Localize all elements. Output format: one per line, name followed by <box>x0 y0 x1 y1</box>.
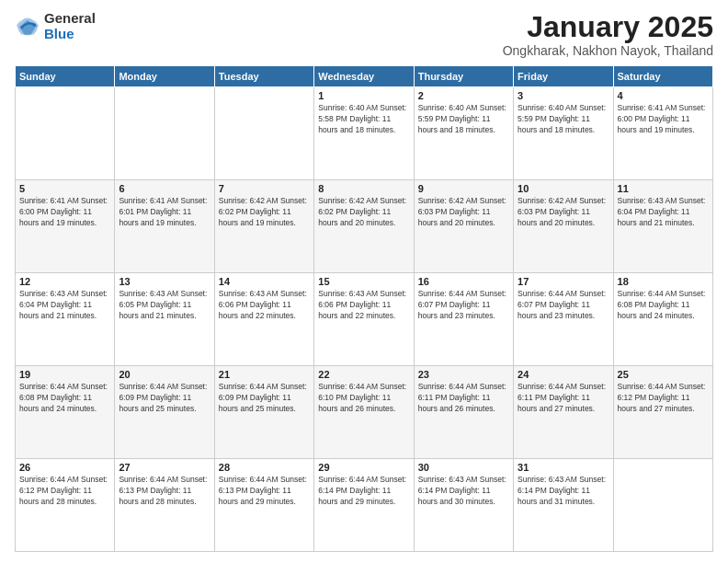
week-row-2: 5Sunrise: 6:41 AM Sunset: 6:00 PM Daylig… <box>16 180 713 273</box>
day-cell: 8Sunrise: 6:42 AM Sunset: 6:02 PM Daylig… <box>314 180 414 273</box>
day-number: 29 <box>318 462 409 473</box>
day-info: Sunrise: 6:41 AM Sunset: 6:00 PM Dayligh… <box>618 103 709 136</box>
day-info: Sunrise: 6:40 AM Sunset: 5:59 PM Dayligh… <box>518 103 609 136</box>
day-info: Sunrise: 6:42 AM Sunset: 6:02 PM Dayligh… <box>219 196 310 229</box>
logo: General Blue <box>15 11 96 41</box>
day-number: 31 <box>518 462 609 473</box>
day-info: Sunrise: 6:41 AM Sunset: 6:00 PM Dayligh… <box>19 196 110 229</box>
day-info: Sunrise: 6:44 AM Sunset: 6:12 PM Dayligh… <box>618 382 709 415</box>
day-number: 24 <box>518 369 609 380</box>
day-number: 19 <box>19 369 110 380</box>
week-row-5: 26Sunrise: 6:44 AM Sunset: 6:12 PM Dayli… <box>16 459 713 552</box>
day-number: 25 <box>618 369 709 380</box>
day-number: 23 <box>418 369 509 380</box>
weekday-header-tuesday: Tuesday <box>214 66 313 87</box>
day-cell: 15Sunrise: 6:43 AM Sunset: 6:06 PM Dayli… <box>314 273 414 366</box>
day-cell <box>613 459 712 552</box>
day-number: 11 <box>618 183 709 194</box>
location-title: Ongkharak, Nakhon Nayok, Thailand <box>503 43 713 58</box>
day-info: Sunrise: 6:44 AM Sunset: 6:12 PM Dayligh… <box>19 475 110 508</box>
calendar-page: General Blue January 2025 Ongkharak, Nak… <box>0 0 728 563</box>
day-cell: 4Sunrise: 6:41 AM Sunset: 6:00 PM Daylig… <box>613 87 712 180</box>
day-info: Sunrise: 6:44 AM Sunset: 6:09 PM Dayligh… <box>219 382 310 415</box>
day-number: 30 <box>418 462 509 473</box>
day-info: Sunrise: 6:43 AM Sunset: 6:04 PM Dayligh… <box>19 289 110 322</box>
weekday-header-thursday: Thursday <box>414 66 513 87</box>
day-cell: 5Sunrise: 6:41 AM Sunset: 6:00 PM Daylig… <box>16 180 115 273</box>
day-cell: 18Sunrise: 6:44 AM Sunset: 6:08 PM Dayli… <box>613 273 712 366</box>
day-info: Sunrise: 6:44 AM Sunset: 6:07 PM Dayligh… <box>518 289 609 322</box>
day-cell: 30Sunrise: 6:43 AM Sunset: 6:14 PM Dayli… <box>414 459 513 552</box>
week-row-4: 19Sunrise: 6:44 AM Sunset: 6:08 PM Dayli… <box>16 366 713 459</box>
weekday-header-row: SundayMondayTuesdayWednesdayThursdayFrid… <box>16 66 713 87</box>
logo-general: General <box>44 11 96 27</box>
day-cell: 25Sunrise: 6:44 AM Sunset: 6:12 PM Dayli… <box>613 366 712 459</box>
day-number: 21 <box>219 369 310 380</box>
day-info: Sunrise: 6:44 AM Sunset: 6:13 PM Dayligh… <box>219 475 310 508</box>
day-number: 1 <box>318 90 409 101</box>
day-info: Sunrise: 6:43 AM Sunset: 6:05 PM Dayligh… <box>119 289 210 322</box>
day-cell <box>115 87 214 180</box>
day-info: Sunrise: 6:43 AM Sunset: 6:14 PM Dayligh… <box>418 475 509 508</box>
day-number: 12 <box>19 276 110 287</box>
day-info: Sunrise: 6:43 AM Sunset: 6:04 PM Dayligh… <box>618 196 709 229</box>
day-number: 27 <box>119 462 210 473</box>
logo-icon <box>15 14 40 40</box>
day-info: Sunrise: 6:44 AM Sunset: 6:13 PM Dayligh… <box>119 475 210 508</box>
day-number: 16 <box>418 276 509 287</box>
day-cell: 12Sunrise: 6:43 AM Sunset: 6:04 PM Dayli… <box>16 273 115 366</box>
day-number: 7 <box>219 183 310 194</box>
day-cell: 28Sunrise: 6:44 AM Sunset: 6:13 PM Dayli… <box>214 459 313 552</box>
header: General Blue January 2025 Ongkharak, Nak… <box>15 11 713 58</box>
weekday-header-sunday: Sunday <box>16 66 115 87</box>
day-cell: 3Sunrise: 6:40 AM Sunset: 5:59 PM Daylig… <box>514 87 613 180</box>
day-number: 6 <box>119 183 210 194</box>
day-info: Sunrise: 6:44 AM Sunset: 6:07 PM Dayligh… <box>418 289 509 322</box>
day-info: Sunrise: 6:44 AM Sunset: 6:11 PM Dayligh… <box>418 382 509 415</box>
day-cell: 27Sunrise: 6:44 AM Sunset: 6:13 PM Dayli… <box>115 459 214 552</box>
day-cell: 24Sunrise: 6:44 AM Sunset: 6:11 PM Dayli… <box>514 366 613 459</box>
day-number: 8 <box>318 183 409 194</box>
day-info: Sunrise: 6:44 AM Sunset: 6:10 PM Dayligh… <box>318 382 409 415</box>
title-block: January 2025 Ongkharak, Nakhon Nayok, Th… <box>503 11 713 58</box>
day-number: 14 <box>219 276 310 287</box>
day-cell: 9Sunrise: 6:42 AM Sunset: 6:03 PM Daylig… <box>414 180 513 273</box>
logo-blue: Blue <box>44 27 96 42</box>
day-number: 3 <box>518 90 609 101</box>
day-info: Sunrise: 6:44 AM Sunset: 6:08 PM Dayligh… <box>618 289 709 322</box>
day-cell: 23Sunrise: 6:44 AM Sunset: 6:11 PM Dayli… <box>414 366 513 459</box>
week-row-3: 12Sunrise: 6:43 AM Sunset: 6:04 PM Dayli… <box>16 273 713 366</box>
weekday-header-friday: Friday <box>514 66 613 87</box>
day-cell: 11Sunrise: 6:43 AM Sunset: 6:04 PM Dayli… <box>613 180 712 273</box>
day-info: Sunrise: 6:40 AM Sunset: 5:58 PM Dayligh… <box>318 103 409 136</box>
weekday-header-monday: Monday <box>115 66 214 87</box>
weekday-header-wednesday: Wednesday <box>314 66 414 87</box>
day-info: Sunrise: 6:41 AM Sunset: 6:01 PM Dayligh… <box>119 196 210 229</box>
day-info: Sunrise: 6:44 AM Sunset: 6:08 PM Dayligh… <box>19 382 110 415</box>
day-number: 4 <box>618 90 709 101</box>
day-number: 2 <box>418 90 509 101</box>
day-info: Sunrise: 6:44 AM Sunset: 6:09 PM Dayligh… <box>119 382 210 415</box>
day-cell: 7Sunrise: 6:42 AM Sunset: 6:02 PM Daylig… <box>214 180 313 273</box>
day-cell: 26Sunrise: 6:44 AM Sunset: 6:12 PM Dayli… <box>16 459 115 552</box>
day-info: Sunrise: 6:40 AM Sunset: 5:59 PM Dayligh… <box>418 103 509 136</box>
month-title: January 2025 <box>503 11 713 43</box>
day-cell: 19Sunrise: 6:44 AM Sunset: 6:08 PM Dayli… <box>16 366 115 459</box>
day-cell: 20Sunrise: 6:44 AM Sunset: 6:09 PM Dayli… <box>115 366 214 459</box>
day-number: 20 <box>119 369 210 380</box>
logo-text: General Blue <box>44 11 96 41</box>
day-number: 22 <box>318 369 409 380</box>
day-cell: 1Sunrise: 6:40 AM Sunset: 5:58 PM Daylig… <box>314 87 414 180</box>
day-cell: 31Sunrise: 6:43 AM Sunset: 6:14 PM Dayli… <box>514 459 613 552</box>
day-cell: 29Sunrise: 6:44 AM Sunset: 6:14 PM Dayli… <box>314 459 414 552</box>
day-number: 17 <box>518 276 609 287</box>
calendar-table: SundayMondayTuesdayWednesdayThursdayFrid… <box>15 65 713 552</box>
day-cell: 14Sunrise: 6:43 AM Sunset: 6:06 PM Dayli… <box>214 273 313 366</box>
day-cell: 21Sunrise: 6:44 AM Sunset: 6:09 PM Dayli… <box>214 366 313 459</box>
day-cell: 6Sunrise: 6:41 AM Sunset: 6:01 PM Daylig… <box>115 180 214 273</box>
day-cell: 16Sunrise: 6:44 AM Sunset: 6:07 PM Dayli… <box>414 273 513 366</box>
day-number: 28 <box>219 462 310 473</box>
weekday-header-saturday: Saturday <box>613 66 712 87</box>
day-number: 26 <box>19 462 110 473</box>
week-row-1: 1Sunrise: 6:40 AM Sunset: 5:58 PM Daylig… <box>16 87 713 180</box>
